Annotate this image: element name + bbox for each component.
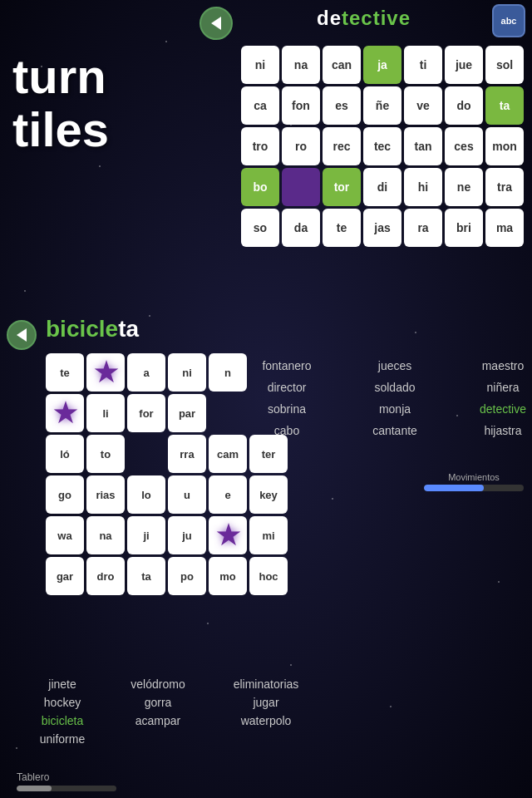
tile[interactable]: so — [241, 209, 279, 247]
small-tile[interactable]: for — [127, 394, 165, 432]
tile[interactable]: ta — [485, 86, 524, 125]
tile[interactable]: hi — [404, 168, 442, 206]
small-tile[interactable]: te — [46, 353, 84, 392]
word-item[interactable]: sobrina — [233, 401, 341, 417]
small-tile[interactable]: ni — [168, 353, 206, 392]
bottom-word — [108, 732, 208, 746]
tile[interactable]: es — [323, 86, 361, 125]
small-tile[interactable]: dro — [86, 557, 125, 595]
small-tile[interactable]: ji — [127, 516, 165, 554]
word-item[interactable]: cabo — [233, 422, 341, 439]
tile[interactable]: tra — [485, 168, 524, 206]
tile[interactable]: ro — [282, 127, 320, 165]
tile[interactable]: tor — [323, 168, 361, 206]
tile[interactable]: ne — [445, 168, 483, 206]
bottom-word[interactable]: velódromo — [108, 677, 208, 691]
small-tile[interactable]: na — [86, 516, 125, 554]
tile[interactable]: mon — [485, 127, 524, 165]
small-tile[interactable]: po — [168, 557, 206, 595]
bottom-word[interactable]: gorra — [108, 696, 208, 709]
small-tile[interactable]: e — [209, 475, 247, 514]
tile[interactable]: tro — [241, 127, 279, 165]
small-tile[interactable]: par — [168, 394, 206, 432]
tile[interactable]: ca — [241, 86, 279, 125]
word-item[interactable]: director — [233, 379, 341, 396]
word-item[interactable]: hijastra — [449, 422, 532, 439]
bicicleta-title: bicicleta — [46, 316, 139, 342]
bottom-word — [208, 732, 324, 746]
small-tile[interactable]: ta — [127, 557, 165, 595]
word-item[interactable]: soldado — [341, 379, 449, 396]
word-item[interactable]: monja — [341, 401, 449, 417]
small-tile[interactable]: u — [168, 475, 206, 514]
word-item[interactable]: detective — [449, 401, 532, 417]
tile[interactable]: do — [445, 86, 483, 125]
small-tile[interactable]: gar — [46, 557, 84, 595]
tile[interactable]: ra — [404, 209, 442, 247]
small-tile[interactable]: key — [249, 475, 288, 514]
tile[interactable]: ve — [404, 86, 442, 125]
bottom-word[interactable]: jugar — [208, 696, 324, 709]
tile[interactable]: di — [363, 168, 401, 206]
tile[interactable]: fon — [282, 86, 320, 125]
tile[interactable]: jue — [445, 46, 483, 84]
bottom-word[interactable]: waterpolo — [208, 714, 324, 727]
small-tile[interactable]: rra — [168, 435, 206, 473]
tile[interactable]: ñe — [363, 86, 401, 125]
back-button-mid[interactable] — [7, 320, 37, 350]
small-tile[interactable]: ★ — [86, 353, 125, 392]
tile[interactable]: bri — [445, 209, 483, 247]
tile[interactable]: tan — [404, 127, 442, 165]
small-tile[interactable]: lo — [127, 475, 165, 514]
small-tile[interactable]: mo — [209, 557, 247, 595]
bottom-word[interactable]: bicicleta — [17, 714, 108, 727]
tile[interactable]: can — [323, 46, 361, 84]
tile[interactable]: ni — [241, 46, 279, 84]
small-tile[interactable]: ju — [168, 516, 206, 554]
small-tile[interactable]: li — [86, 394, 125, 432]
arrow-left-icon-mid — [17, 328, 27, 342]
tile[interactable]: jas — [363, 209, 401, 247]
tile[interactable]: ja — [363, 46, 401, 84]
small-tile[interactable]: hoc — [249, 557, 288, 595]
small-tile[interactable]: ★ — [209, 516, 247, 554]
movimientos-fill — [424, 485, 484, 491]
small-tile[interactable]: cam — [209, 435, 247, 473]
small-tile[interactable]: to — [86, 435, 125, 473]
bottom-word[interactable]: hockey — [17, 696, 108, 709]
word-item[interactable]: niñera — [449, 379, 532, 396]
small-tile[interactable]: rias — [86, 475, 125, 514]
tile[interactable]: da — [282, 209, 320, 247]
small-tile[interactable]: ★ — [46, 394, 84, 432]
word-column-0: fontanerodirectorsobrinacabo — [233, 357, 341, 439]
word-item[interactable]: jueces — [341, 357, 449, 374]
small-tile[interactable] — [127, 435, 165, 473]
bottom-word[interactable]: eliminatorias — [208, 677, 324, 691]
tile[interactable]: na — [282, 46, 320, 84]
word-item[interactable]: cantante — [341, 422, 449, 439]
movimientos-label: Movimientos — [424, 472, 524, 482]
tile[interactable] — [282, 168, 320, 206]
bottom-word[interactable]: jinete — [17, 677, 108, 691]
bottom-word[interactable]: uniforme — [17, 732, 108, 746]
tile[interactable]: bo — [241, 168, 279, 206]
small-tile[interactable]: ter — [249, 435, 288, 473]
tile[interactable]: tec — [363, 127, 401, 165]
top-section: detective abc turn tiles ninacanjatijues… — [0, 0, 532, 299]
tile[interactable]: ma — [485, 209, 524, 247]
back-button-top[interactable] — [200, 7, 233, 40]
tile[interactable]: rec — [323, 127, 361, 165]
tile[interactable]: ti — [404, 46, 442, 84]
tile[interactable]: te — [323, 209, 361, 247]
tile[interactable]: ces — [445, 127, 483, 165]
small-tile[interactable]: ló — [46, 435, 84, 473]
small-tile[interactable]: mi — [249, 516, 288, 554]
word-item[interactable]: maestro — [449, 357, 532, 374]
small-tile[interactable]: go — [46, 475, 84, 514]
tile[interactable]: sol — [485, 46, 524, 84]
word-item[interactable]: fontanero — [233, 357, 341, 374]
bottom-word[interactable]: acampar — [108, 714, 208, 727]
small-tile[interactable]: a — [127, 353, 165, 392]
abc-button[interactable]: abc — [492, 4, 525, 37]
small-tile[interactable]: wa — [46, 516, 84, 554]
